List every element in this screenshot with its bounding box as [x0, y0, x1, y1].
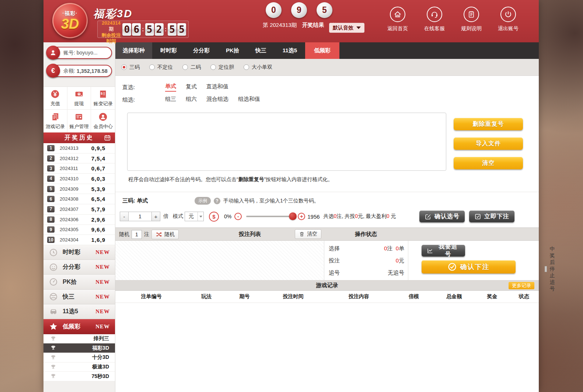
control-actions: 确认选号 立即下注 [419, 211, 534, 222]
list-toolbar: 随机 1 注 随机 投注列表 清空 [115, 227, 539, 241]
user-icon [46, 46, 60, 60]
submenu-label: 福彩3D [92, 345, 109, 352]
radio-sanma[interactable]: 三码 [121, 64, 140, 71]
nav-home[interactable]: 返回首页 [386, 7, 409, 32]
nav-support[interactable]: 在线客服 [423, 7, 446, 32]
multiplier-input[interactable]: 1 [129, 212, 151, 221]
tab-fenfencai[interactable]: 分分彩 [185, 42, 218, 59]
option-hunhezuxuan[interactable]: 混合组选 [206, 96, 228, 104]
submenu-fucai3d[interactable]: 福彩3D [43, 343, 115, 353]
help-icon[interactable]: ? [214, 198, 220, 204]
status-title: 操作状态 [342, 231, 390, 238]
history-row[interactable]: 420243106,0,3 [43, 174, 115, 184]
sidebar-item-11x5[interactable]: 11选5 NEW [43, 304, 115, 319]
option-zusan[interactable]: 组三 [165, 96, 176, 104]
history-row[interactable]: 920243059,6,6 [43, 225, 115, 235]
history-row[interactable]: 1020243041,6,9 [43, 235, 115, 245]
history-row[interactable]: 820243062,9,6 [43, 215, 115, 225]
option-fushi[interactable]: 复式 [186, 83, 197, 91]
account-manage-button[interactable]: 账户管理 [67, 110, 91, 133]
currency-select[interactable]: 元 [185, 212, 204, 221]
submenu-75miao3d[interactable]: 75秒3D [43, 372, 115, 381]
slider-handle[interactable] [289, 212, 297, 220]
sidebar-item-kuaisan[interactable]: 快三 NEW [43, 290, 115, 304]
option-zuliu[interactable]: 组六 [186, 96, 197, 104]
calendar-icon[interactable] [104, 134, 111, 142]
numbers-textarea[interactable] [127, 113, 446, 171]
option-zuxuanhezhi[interactable]: 组选和值 [238, 96, 260, 104]
stat-select: 选择0注 0单 [329, 245, 404, 252]
more-records-button[interactable]: 更多记录 [509, 282, 534, 289]
rebate-slider[interactable] [246, 216, 293, 217]
random-count-input[interactable]: 1 [132, 230, 142, 239]
history-row[interactable]: 520243095,3,9 [43, 184, 115, 194]
example-badge[interactable]: 示例 [195, 197, 211, 205]
history-row[interactable]: 320243110,6,7 [43, 163, 115, 174]
random-button[interactable]: 随机 [151, 230, 179, 239]
history-issue: 2024308 [60, 196, 78, 202]
timer-colon: : [142, 26, 144, 33]
tab-shishicai[interactable]: 时时彩 [152, 42, 185, 59]
rebate-plus-button[interactable]: + [298, 213, 305, 220]
history-row[interactable]: 620243086,5,4 [43, 194, 115, 204]
content-panel: ·福彩· 3D 福彩3D 第 2024314 期 剩余投注时间 0 6 : 5 … [43, 0, 539, 392]
member-center-button[interactable]: 会员中心 [91, 110, 115, 133]
history-numbers: 6,0,3 [91, 176, 105, 182]
confirm-bet-button[interactable]: 确认下注 [422, 260, 516, 273]
tab-kuaisan[interactable]: 快三 [247, 42, 275, 59]
submenu-shifen3d[interactable]: 十分3D [43, 353, 115, 363]
submenu-jisu3d[interactable]: 极速3D [43, 363, 115, 372]
tab-11x5[interactable]: 11选5 [275, 42, 305, 59]
nav-label: 规则说明 [461, 25, 482, 32]
stop-chase-checkbox[interactable] [545, 266, 547, 272]
import-file-button[interactable]: 导入文件 [454, 137, 523, 150]
current-issue-number: 2024314 [102, 20, 121, 26]
new-badge: NEW [95, 249, 110, 255]
radio-erma[interactable]: 二码 [182, 64, 201, 71]
withdraw-button[interactable]: 提现 [67, 87, 91, 110]
sidebar-item-fenfencai[interactable]: 分分彩 NEW [43, 260, 115, 275]
trophy-icon [50, 364, 56, 370]
game-record-button[interactable]: 游戏记录 [43, 110, 67, 133]
radio-dingweidan[interactable]: 定位胆 [210, 64, 234, 71]
recharge-button[interactable]: 充值 [43, 87, 67, 110]
random-unit: 注 [144, 231, 149, 238]
dollar-toggle[interactable]: $ [209, 212, 219, 222]
nav-logout[interactable]: 退出账号 [497, 7, 520, 32]
sidebar-item-shishicai[interactable]: 时时彩 NEW [43, 245, 115, 260]
option-zhixuanhezhi[interactable]: 直选和值 [206, 83, 228, 91]
option-danshi[interactable]: 单式 [165, 83, 176, 92]
nav-rules[interactable]: 规则说明 [460, 7, 483, 32]
records-title: 游戏记录 [316, 282, 338, 289]
radio-label: 定位胆 [219, 64, 234, 71]
account-change-button[interactable]: $ 账变记录 [91, 87, 115, 110]
multiplier-plus-button[interactable]: + [151, 212, 160, 221]
timer-digit: 5 [168, 23, 177, 36]
radio-daxiaodanshuang[interactable]: 大小单双 [244, 64, 272, 71]
rank-badge: 7 [47, 206, 55, 212]
nav-label: 返回首页 [387, 25, 408, 32]
history-row[interactable]: 120243130,9,5 [43, 143, 115, 153]
clear-textarea-button[interactable]: 清空 [454, 157, 523, 169]
col-status: 状态 [509, 293, 539, 300]
sidebar-item-dipincai[interactable]: 低频彩 NEW [43, 319, 115, 334]
rebate-minus-button[interactable]: - [234, 213, 242, 220]
chase-number-button[interactable]: 我要追号 [422, 245, 465, 257]
multiplier-minus-button[interactable]: - [120, 212, 129, 221]
tab-select-lottery[interactable]: 选择彩种 [115, 42, 152, 59]
confirm-pick-button[interactable]: 确认选号 [419, 211, 465, 222]
history-row[interactable]: 220243127,5,4 [43, 153, 115, 164]
tab-dipincai[interactable]: 低频彩 [305, 42, 339, 59]
remove-duplicates-button[interactable]: 删除重复号 [454, 118, 523, 130]
status-actions: 我要追号 中奖后停止追号 确认下注 [408, 241, 539, 280]
sound-effect-select[interactable]: 默认音效 [329, 23, 364, 33]
bet-list-and-status: 选择0注 0单 投注0元 追号无追号 我要追号 [115, 241, 539, 280]
sidebar-item-pk10[interactable]: PK拾 NEW [43, 275, 115, 289]
submenu-label: 排列三 [94, 335, 109, 342]
clear-list-button[interactable]: 清空 [295, 229, 321, 239]
tab-pk10[interactable]: PK拾 [218, 42, 247, 59]
bet-now-button[interactable]: 立即下注 [469, 211, 514, 222]
submenu-pailiesan[interactable]: 排列三 [43, 334, 115, 344]
radio-budingwei[interactable]: 不定位 [149, 64, 173, 71]
history-row[interactable]: 720243075,7,9 [43, 204, 115, 215]
